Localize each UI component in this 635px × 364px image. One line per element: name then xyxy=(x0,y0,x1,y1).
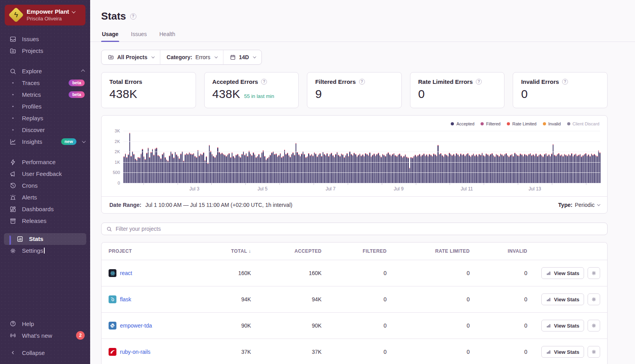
x-axis-tick xyxy=(245,183,246,185)
sidebar-item-insights[interactable]: Insights new xyxy=(0,136,90,148)
chart-bar xyxy=(327,153,328,183)
platform-icon xyxy=(109,322,116,330)
chart-bar xyxy=(267,158,268,183)
help-icon[interactable]: ? xyxy=(261,79,267,85)
chart-bar xyxy=(239,156,240,183)
tab-issues[interactable]: Issues xyxy=(130,31,147,42)
project-filter xyxy=(101,223,608,235)
view-stats-button[interactable]: View Stats xyxy=(541,293,584,305)
chevron-up-icon xyxy=(81,69,85,73)
chart-bar xyxy=(176,154,177,183)
page-help-icon[interactable]: ? xyxy=(130,13,136,20)
chart-bar xyxy=(169,156,170,183)
type-selector[interactable]: Type: Periodic xyxy=(558,202,599,208)
legend-item[interactable]: Accepted xyxy=(451,121,474,126)
chart-bar xyxy=(244,155,245,183)
chart-bar xyxy=(401,156,402,183)
chart-bar xyxy=(519,156,520,183)
column-header-total[interactable]: TOTAL ↓ xyxy=(200,243,258,260)
page-filter-bar: All Projects Category: Errors 14D xyxy=(101,50,262,65)
chart-bar xyxy=(599,152,601,183)
beta-badge: beta xyxy=(69,91,85,98)
x-axis-tick xyxy=(450,183,450,185)
legend-item[interactable]: Invalid xyxy=(543,121,561,126)
chart-bar xyxy=(539,155,540,183)
sidebar-item-dashboards[interactable]: Dashboards xyxy=(0,203,90,215)
date-range-selector[interactable]: 14D xyxy=(223,50,262,64)
sidebar-item-stats[interactable]: Stats xyxy=(0,233,90,245)
sidebar-item-settings[interactable]: Settings xyxy=(0,245,90,257)
sidebar-collapse-button[interactable]: Collapse xyxy=(0,347,90,359)
sidebar-item-metrics[interactable]: Metrics beta xyxy=(0,89,90,101)
column-header-accepted[interactable]: ACCEPTED xyxy=(258,243,328,260)
sidebar-item-user-feedback[interactable]: User Feedback xyxy=(0,168,90,180)
column-header-invalid[interactable]: INVALID xyxy=(477,243,534,260)
legend-item[interactable]: Client Discard xyxy=(567,121,599,126)
chart-bar xyxy=(396,156,397,183)
chevron-down-icon xyxy=(151,55,154,58)
legend-item[interactable]: Rate Limited xyxy=(507,121,537,126)
chart-bar xyxy=(437,145,439,183)
chart-bar xyxy=(308,153,309,183)
chart-bar xyxy=(430,155,432,183)
sidebar-item-crons[interactable]: Crons xyxy=(0,180,90,192)
chart-bar xyxy=(249,151,250,183)
legend-item[interactable]: Filtered xyxy=(481,121,501,126)
view-stats-button[interactable]: View Stats xyxy=(541,267,584,279)
project-link[interactable]: react xyxy=(120,270,132,276)
sidebar-item-discover[interactable]: Discover xyxy=(0,124,90,136)
sidebar-item-help[interactable]: Help xyxy=(0,318,90,330)
chart-bar xyxy=(470,156,472,183)
sidebar-item-projects[interactable]: Projects xyxy=(0,45,90,57)
column-header-project[interactable]: PROJECT xyxy=(102,243,200,260)
view-stats-button[interactable]: View Stats xyxy=(541,320,584,331)
sidebar-item-alerts[interactable]: Alerts xyxy=(0,192,90,203)
project-link[interactable]: empower-tda xyxy=(120,322,152,329)
sidebar-item-traces[interactable]: Traces beta xyxy=(0,77,90,89)
column-header-filtered[interactable]: FILTERED xyxy=(328,243,394,260)
sidebar-item-explore[interactable]: Explore xyxy=(0,65,90,77)
project-selector[interactable]: All Projects xyxy=(102,50,160,64)
project-settings-button[interactable] xyxy=(588,320,600,331)
chart-bar xyxy=(513,156,514,183)
project-link[interactable]: flask xyxy=(120,296,131,302)
chart-bar xyxy=(167,161,169,183)
x-axis-tick xyxy=(279,183,280,185)
project-link[interactable]: ruby-on-rails xyxy=(120,349,151,355)
chart-bar xyxy=(466,154,467,183)
chart-bar xyxy=(526,155,527,183)
chart-bar xyxy=(318,154,319,183)
org-switcher[interactable]: ϟ Empower Plant Priscila Oliveira xyxy=(5,5,85,25)
chart-bar xyxy=(243,151,244,183)
sidebar-item-profiles[interactable]: Profiles xyxy=(0,101,90,112)
chart-bar xyxy=(153,155,154,183)
sidebar-item-issues[interactable]: Issues xyxy=(0,33,90,45)
y-axis-label: 1K xyxy=(115,160,120,165)
sidebar-item-performance[interactable]: Performance xyxy=(0,156,90,168)
y-axis-label: 0 xyxy=(118,181,120,185)
project-settings-button[interactable] xyxy=(588,346,600,358)
category-selector[interactable]: Category: Errors xyxy=(160,50,223,64)
chart-bar xyxy=(209,145,210,183)
sidebar-item-whats-new[interactable]: What's new 2 xyxy=(0,330,90,341)
sidebar-item-replays[interactable]: Replays xyxy=(0,112,90,124)
cell-total: 90K xyxy=(200,313,258,339)
help-icon[interactable]: ? xyxy=(562,79,568,85)
view-stats-button[interactable]: View Stats xyxy=(541,346,584,358)
chart-bar xyxy=(241,154,243,183)
x-axis-label: Jul 9 xyxy=(394,186,403,192)
legend-dot xyxy=(543,122,546,125)
project-settings-button[interactable] xyxy=(588,293,600,305)
help-icon[interactable]: ? xyxy=(476,79,482,85)
score-note: 55 in last min xyxy=(244,93,274,99)
tab-health[interactable]: Health xyxy=(159,31,176,42)
chart-bar xyxy=(347,153,348,183)
mini-bar-chart-icon xyxy=(546,350,551,355)
sidebar-item-releases[interactable]: Releases xyxy=(0,215,90,227)
project-settings-button[interactable] xyxy=(588,267,600,279)
tab-usage[interactable]: Usage xyxy=(101,31,119,42)
help-icon[interactable]: ? xyxy=(359,79,365,85)
project-filter-input[interactable] xyxy=(116,226,602,232)
column-header-rate-limited[interactable]: RATE LIMITED xyxy=(394,243,477,260)
chart-plot[interactable] xyxy=(123,131,600,183)
